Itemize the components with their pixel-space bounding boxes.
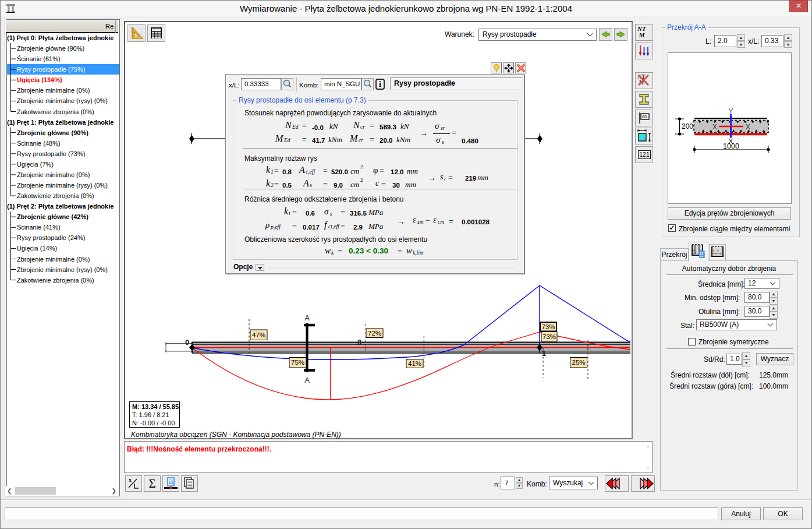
svg-text:++: ++ (693, 251, 697, 255)
svg-text:25%: 25% (572, 359, 585, 366)
svg-text:0: 0 (185, 338, 189, 347)
svg-text:75%: 75% (291, 359, 304, 366)
svg-text:X: X (746, 123, 751, 131)
svg-text:x: x (129, 477, 132, 483)
svg-text:X: X (712, 123, 718, 131)
svg-text:N: -0.00 / -0.00: N: -0.00 / -0.00 (132, 419, 175, 426)
svg-text:++++: ++++ (712, 252, 721, 256)
svg-text:73%: 73% (542, 333, 556, 340)
svg-text:80: 80 (642, 114, 647, 119)
svg-text:A: A (304, 313, 310, 322)
svg-text:200: 200 (682, 122, 693, 131)
svg-text:47%: 47% (252, 331, 265, 338)
svg-text:A: A (304, 376, 310, 385)
svg-text:Kombinatoryka obciążeń (SGN -: Kombinatoryka obciążeń (SGN - Kombinacja… (131, 431, 341, 439)
svg-text:72%: 72% (368, 330, 381, 337)
svg-text:1: 1 (542, 349, 546, 358)
svg-text:0: 0 (357, 338, 361, 347)
svg-text:T: 1.96 / 8.21: T: 1.96 / 8.21 (132, 411, 169, 418)
svg-text:Y: Y (728, 107, 733, 115)
svg-text:M: 13.34 / 55.85: M: 13.34 / 55.85 (132, 403, 179, 410)
svg-text:41%: 41% (408, 360, 421, 367)
svg-text:73%: 73% (541, 323, 555, 330)
svg-text:1000: 1000 (723, 142, 739, 150)
